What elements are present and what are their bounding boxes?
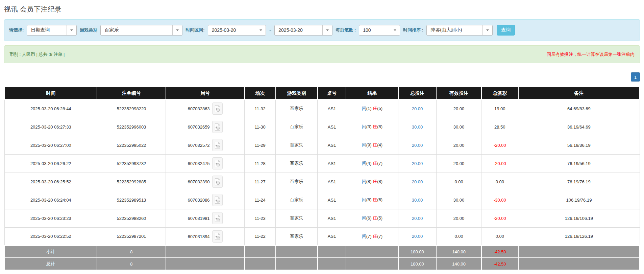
summary-row: 小计 8 180.00 140.00 -42.50 [4, 246, 640, 258]
cell-table-no: AS1 [318, 209, 346, 227]
cell-session: 11-32 [245, 99, 276, 118]
table-row: 2025-03-20 06:24:04 522352989513 6070320… [4, 191, 640, 209]
game-type-select[interactable]: 百家乐 [100, 25, 182, 36]
cell-valid-bet: 20.00 [436, 99, 481, 118]
foot-empty-result [346, 246, 398, 258]
video-replay-button[interactable] [212, 157, 223, 169]
cell-remark: 56.19/36.19 [518, 136, 640, 154]
video-replay-button[interactable] [212, 212, 223, 224]
result-banker-label: 庄 [373, 197, 377, 202]
result-player-count: (8) [366, 179, 372, 184]
result-player-label: 闲 [362, 106, 366, 111]
foot-empty-result [346, 258, 398, 270]
round-id-value: 607031894 [188, 234, 210, 239]
cell-game-type: 百家乐 [276, 118, 318, 136]
header-table-no: 桌号 [318, 87, 346, 99]
foot-empty-game [276, 246, 318, 258]
round-id-value: 607032572 [188, 143, 210, 148]
cell-table-no: AS1 [318, 173, 346, 191]
cell-table-no: AS1 [318, 118, 346, 136]
cell-total-payout: -20.00 [481, 209, 518, 227]
table-row: 2025-03-20 06:25:52 522352992885 6070323… [4, 173, 640, 191]
cell-total-bet[interactable]: 20.00 [398, 154, 437, 173]
result-player-count: (8) [366, 197, 372, 202]
table-header: 时间 注单编号 局号 场次 游戏类别 桌号 结果 总投注 有效投注 总派彩 备注 [4, 87, 640, 99]
header-total-bet: 总投注 [398, 87, 437, 99]
search-button[interactable]: 查询 [497, 25, 515, 36]
foot-empty-remark [518, 258, 640, 270]
cell-total-bet[interactable]: 30.00 [398, 191, 437, 209]
result-player-count: (3) [366, 124, 372, 129]
video-replay-button[interactable] [212, 194, 223, 206]
result-banker-label: 庄 [373, 179, 377, 184]
chevron-down-icon [256, 25, 266, 35]
video-replay-button[interactable] [212, 121, 223, 133]
cell-game-type: 百家乐 [276, 191, 318, 209]
round-id-value: 607032086 [188, 198, 210, 203]
date-from-select[interactable]: 2025-03-20 [208, 25, 266, 36]
cell-round-id: 607031894 [166, 227, 245, 246]
table-row: 2025-03-20 06:23:23 522352988260 6070319… [4, 209, 640, 227]
cell-game-type: 百家乐 [276, 227, 318, 246]
cell-total-payout: -30.00 [481, 191, 518, 209]
table-body: 2025-03-20 06:28:44 522352998220 6070328… [4, 99, 640, 246]
table-row: 2025-03-20 06:28:44 522352998220 6070328… [4, 99, 640, 118]
cell-time: 2025-03-20 06:26:22 [4, 154, 97, 173]
result-player-label: 闲 [362, 234, 366, 239]
video-replay-button[interactable] [212, 230, 223, 243]
round-id-value: 607031981 [188, 216, 210, 221]
pagination: 1 [4, 72, 640, 82]
cell-total-bet[interactable]: 20.00 [398, 136, 437, 154]
cell-time: 2025-03-20 06:25:52 [4, 173, 97, 191]
cell-remark: 126.19/126.19 [518, 227, 640, 246]
result-player-label: 闲 [362, 215, 366, 221]
query-type-select[interactable]: 日期查询 [27, 25, 77, 36]
cell-remark: 64.69/83.69 [518, 99, 640, 118]
date-to-value: 2025-03-20 [275, 27, 305, 33]
select-type-label: 请选择: [9, 27, 24, 33]
cell-time: 2025-03-20 06:27:33 [4, 118, 97, 136]
filter-panel: 请选择: 日期查询 游戏类别 百家乐 时间区间: 2025-03-20 ~ 20… [4, 19, 640, 41]
result-player-count: (6) [366, 215, 372, 221]
cell-total-bet[interactable]: 30.00 [398, 118, 437, 136]
cell-total-bet[interactable]: 20.00 [398, 227, 437, 246]
result-banker-count: (5) [377, 106, 382, 111]
header-total-payout: 总派彩 [481, 87, 518, 99]
result-banker-count: (5) [377, 215, 382, 221]
cell-time: 2025-03-20 06:28:44 [4, 99, 97, 118]
cell-game-type: 百家乐 [276, 99, 318, 118]
date-to-select[interactable]: 2025-03-20 [274, 25, 332, 36]
cell-total-bet[interactable]: 20.00 [398, 209, 437, 227]
cell-table-no: AS1 [318, 227, 346, 246]
video-replay-button[interactable] [212, 139, 223, 151]
page-size-value: 100 [359, 27, 373, 33]
cell-total-bet[interactable]: 20.00 [398, 99, 437, 118]
cell-total-bet[interactable]: 20.00 [398, 173, 437, 191]
cell-time: 2025-03-20 06:23:23 [4, 209, 97, 227]
cell-game-type: 百家乐 [276, 136, 318, 154]
cell-session: 11-22 [245, 227, 276, 246]
cell-time: 2025-03-20 06:22:52 [4, 227, 97, 246]
cell-session: 11-30 [245, 118, 276, 136]
result-player-label: 闲 [362, 179, 366, 184]
page-number-button[interactable]: 1 [631, 72, 640, 82]
time-sort-select[interactable]: 降幂(由大到小) [426, 25, 493, 36]
foot-empty-round [166, 258, 245, 270]
cell-session: 11-24 [245, 191, 276, 209]
foot-total-payout: -42.50 [481, 258, 518, 270]
result-banker-label: 庄 [373, 234, 377, 239]
cell-bet-id: 522352998220 [97, 99, 166, 118]
table-row: 2025-03-20 06:27:33 522352996003 6070326… [4, 118, 640, 136]
time-sort-label: 时间排序 : [403, 27, 423, 33]
video-replay-button[interactable] [212, 102, 223, 115]
cell-remark: 36.19/64.69 [518, 118, 640, 136]
page-size-select[interactable]: 100 [359, 25, 400, 36]
date-from-value: 2025-03-20 [208, 27, 239, 33]
cell-valid-bet: 20.00 [436, 154, 481, 173]
cell-bet-id: 522352988260 [97, 209, 166, 227]
result-banker-count: (6) [377, 197, 382, 202]
summary-row: 总计 8 180.00 140.00 -42.50 [4, 258, 640, 270]
result-banker-label: 庄 [373, 124, 377, 129]
video-replay-button[interactable] [212, 176, 223, 188]
video-file-icon [214, 178, 221, 186]
